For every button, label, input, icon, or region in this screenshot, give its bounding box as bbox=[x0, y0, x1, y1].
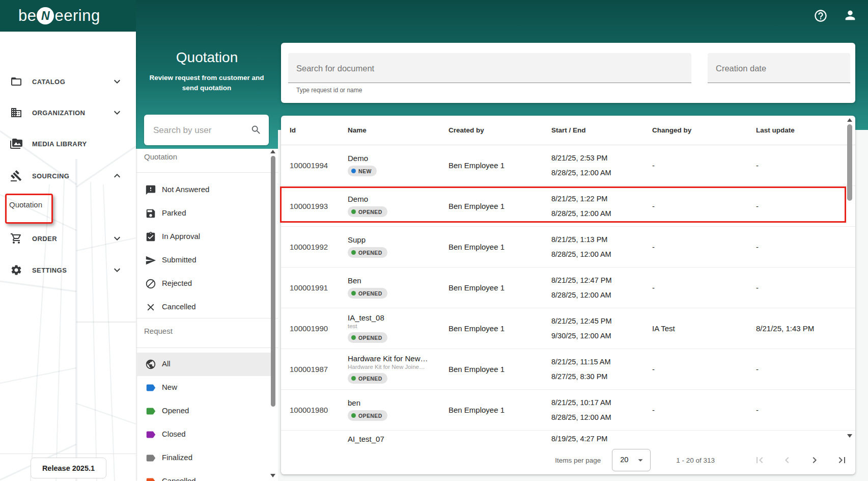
filter-item-rejected[interactable]: Rejected bbox=[136, 272, 275, 296]
scroll-down-icon[interactable] bbox=[847, 434, 852, 438]
chevron-down-icon bbox=[111, 232, 123, 245]
creation-date-input[interactable] bbox=[715, 53, 845, 84]
end-date: 8/28/25, 12:00 AM bbox=[551, 291, 611, 299]
table-row[interactable]: 100001994DemoNEWBen Employee 18/21/25, 2… bbox=[281, 145, 855, 186]
filter-section-label-request: Request bbox=[144, 327, 173, 335]
filter-item-new[interactable]: New bbox=[136, 376, 275, 399]
table-row[interactable]: 100001992SuppOPENEDBen Employee 18/21/25… bbox=[281, 226, 855, 268]
scroll-up-icon[interactable] bbox=[270, 150, 275, 153]
sidebar-item-catalog[interactable]: CATALOG bbox=[0, 69, 136, 94]
last-update-text: - bbox=[756, 283, 759, 292]
document-search-field bbox=[288, 53, 691, 83]
column-header-changed-by[interactable]: Changed by bbox=[652, 116, 753, 145]
filter-divider bbox=[136, 348, 278, 348]
status-dot-icon bbox=[351, 250, 356, 255]
changed-by-text: - bbox=[652, 406, 655, 414]
sidebar-item-order[interactable]: ORDER bbox=[0, 226, 136, 251]
next-page-icon[interactable] bbox=[808, 454, 821, 466]
status-badge: OPENED bbox=[348, 373, 387, 384]
filter-item-closed[interactable]: Closed bbox=[136, 423, 275, 446]
cell-created-by: Ben Employee 1 bbox=[449, 308, 548, 349]
cell-name: BenOPENED bbox=[348, 267, 445, 308]
table-row[interactable]: 100001990IA_test_08testOPENEDBen Employe… bbox=[281, 308, 855, 349]
document-search-helper: Type request id or name bbox=[296, 87, 362, 94]
column-header-last-update[interactable]: Last update bbox=[756, 116, 849, 145]
first-page-icon[interactable] bbox=[753, 454, 766, 466]
column-header-id[interactable]: Id bbox=[290, 116, 345, 145]
filter-item-submitted[interactable]: Submitted bbox=[136, 249, 275, 272]
document-search-input[interactable] bbox=[295, 53, 686, 84]
sidebar-item-label: MEDIA LIBRARY bbox=[32, 140, 87, 148]
release-version-button[interactable]: Release 2025.1 bbox=[31, 458, 106, 478]
filter-item-parked[interactable]: Parked bbox=[136, 202, 275, 225]
filter-scrollbar-thumb[interactable] bbox=[271, 156, 275, 407]
filter-item-cancelled[interactable]: Cancelled bbox=[136, 296, 275, 319]
folder-icon bbox=[10, 75, 22, 88]
cell-start-end: 8/21/25, 10:17 AM8/28/25, 12:00 AM bbox=[551, 389, 649, 430]
last-page-icon[interactable] bbox=[836, 454, 848, 466]
approval-icon bbox=[145, 231, 156, 243]
last-update-text: 8/21/25, 1:43 PM bbox=[756, 324, 814, 333]
cell-last-update: - bbox=[756, 267, 849, 308]
page-size-value: 20 bbox=[620, 456, 628, 464]
filter-item-finalized[interactable]: Finalized bbox=[136, 446, 275, 470]
cell-id: 100001992 bbox=[290, 226, 345, 267]
sidebar-item-settings[interactable]: SETTINGS bbox=[0, 258, 136, 282]
filter-item-label: Finalized bbox=[162, 453, 192, 462]
search-by-user-box bbox=[144, 115, 269, 145]
cell-last-update: - bbox=[756, 389, 849, 430]
name-text: Demo bbox=[348, 154, 368, 163]
cell-name: Hardware Kit for New…Hardware Kit for Ne… bbox=[348, 349, 445, 389]
column-header-name[interactable]: Name bbox=[348, 116, 445, 145]
filter-item-cancelled[interactable]: Cancelled bbox=[136, 470, 275, 481]
cell-name: IA_test_08testOPENED bbox=[348, 308, 445, 349]
user-account-icon[interactable] bbox=[843, 8, 857, 22]
filter-item-label: Not Answered bbox=[162, 185, 209, 194]
filter-item-label: Rejected bbox=[162, 279, 192, 287]
sidebar-item-media-library[interactable]: MEDIA LIBRARY bbox=[0, 131, 136, 156]
previous-page-icon[interactable] bbox=[781, 454, 793, 466]
sidebar-item-label: ORDER bbox=[32, 235, 57, 243]
sidebar-item-quotation[interactable]: Quotation bbox=[9, 200, 42, 209]
help-icon[interactable] bbox=[814, 9, 828, 23]
cell-name: DemoNEW bbox=[348, 145, 445, 185]
building-backdrop-image bbox=[0, 32, 136, 481]
filter-item-all[interactable]: All bbox=[136, 353, 275, 376]
id-text: 100001987 bbox=[290, 365, 328, 373]
logo-n-icon: N bbox=[37, 7, 54, 24]
table-row[interactable]: 100001987Hardware Kit for New…Hardware K… bbox=[281, 349, 855, 390]
page-size-select[interactable]: 20 bbox=[612, 449, 651, 471]
chevron-down-icon bbox=[111, 75, 123, 88]
name-subtitle: test bbox=[348, 323, 357, 329]
id-text: 100001990 bbox=[290, 324, 328, 333]
table-row[interactable]: 100001980benOPENEDBen Employee 18/21/25,… bbox=[281, 389, 855, 431]
cell-changed-by bbox=[652, 430, 753, 446]
cell-id: 100001991 bbox=[290, 267, 345, 308]
gavel-icon bbox=[10, 170, 22, 182]
table-row[interactable]: AI_test_078/19/25, 4:27 PM bbox=[281, 430, 855, 446]
column-header-start-end[interactable]: Start / End bbox=[551, 116, 649, 145]
end-date: 8/27/25, 8:30 PM bbox=[551, 372, 607, 381]
column-header-created-by[interactable]: Created by bbox=[449, 116, 548, 145]
sidebar-item-label: SOURCING bbox=[32, 172, 69, 180]
filter-item-in-approval[interactable]: In Approval bbox=[136, 225, 275, 249]
search-by-user-input[interactable] bbox=[152, 115, 248, 146]
sidebar-item-sourcing[interactable]: SOURCING bbox=[0, 164, 136, 188]
filter-divider bbox=[136, 172, 278, 173]
cell-created-by: Ben Employee 1 bbox=[449, 267, 548, 308]
id-text: 100001991 bbox=[290, 283, 328, 292]
table-row[interactable]: 100001991BenOPENEDBen Employee 18/21/25,… bbox=[281, 267, 855, 308]
table-scrollbar-thumb[interactable] bbox=[847, 124, 852, 201]
label-icon bbox=[145, 382, 156, 393]
filter-item-opened[interactable]: Opened bbox=[136, 399, 275, 423]
filter-item-not-answered[interactable]: Not Answered bbox=[136, 178, 275, 202]
cell-name: benOPENED bbox=[348, 389, 445, 430]
label-icon bbox=[145, 476, 156, 481]
end-date: 9/30/25, 12:00 AM bbox=[551, 332, 611, 340]
changed-by-text: - bbox=[652, 243, 655, 251]
sidebar-item-organization[interactable]: ORGANIZATION bbox=[0, 100, 136, 125]
scroll-down-icon[interactable] bbox=[270, 474, 275, 477]
cell-changed-by: IA Test bbox=[652, 308, 753, 349]
label-icon bbox=[145, 406, 156, 417]
scroll-up-icon[interactable] bbox=[847, 118, 852, 122]
